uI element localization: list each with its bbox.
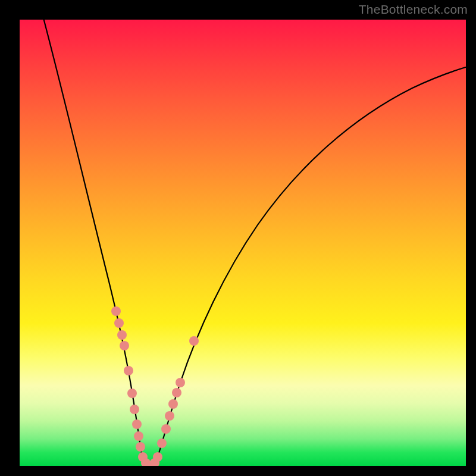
svg-point-0 (111, 306, 121, 316)
plot-area (20, 20, 466, 466)
svg-point-18 (165, 411, 174, 421)
svg-point-1 (114, 318, 124, 328)
svg-point-22 (189, 336, 199, 346)
svg-point-2 (117, 330, 127, 340)
svg-point-8 (134, 431, 143, 441)
svg-point-3 (120, 341, 129, 350)
svg-point-21 (176, 378, 185, 387)
svg-point-15 (153, 452, 162, 462)
svg-point-9 (136, 442, 145, 452)
watermark-text: TheBottleneck.com (359, 2, 468, 17)
curve-path (42, 20, 466, 466)
svg-point-5 (127, 389, 137, 398)
data-markers (111, 306, 199, 466)
chart-frame: TheBottleneck.com (0, 0, 476, 476)
svg-point-17 (161, 424, 171, 434)
svg-point-20 (172, 388, 181, 397)
bottleneck-curve (20, 20, 466, 466)
svg-point-16 (157, 439, 167, 448)
svg-point-19 (168, 399, 178, 409)
svg-point-7 (132, 419, 142, 429)
svg-point-4 (124, 366, 133, 375)
svg-point-6 (130, 405, 139, 414)
